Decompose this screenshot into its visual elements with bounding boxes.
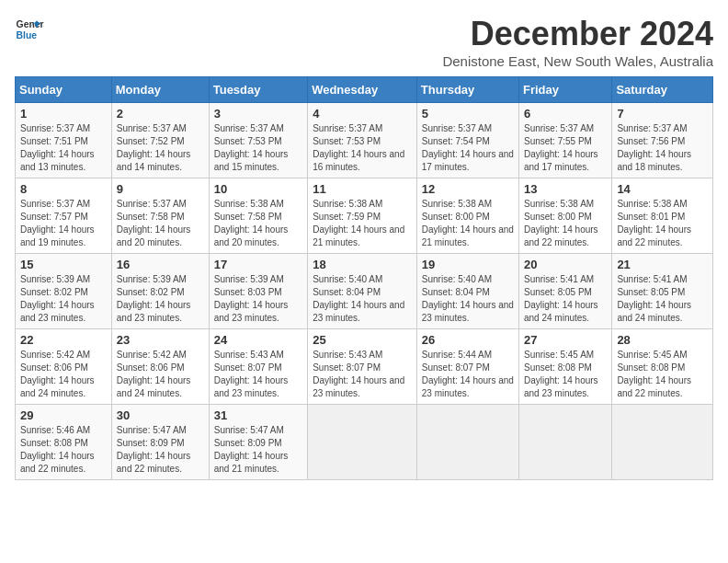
sunset-label: Sunset: 7:57 PM — [20, 212, 88, 222]
daylight-label: Daylight: 14 hours and 13 minutes. — [20, 149, 95, 172]
sunrise-label: Sunrise: 5:38 AM — [313, 199, 382, 209]
daylight-label: Daylight: 14 hours and 23 minutes. — [214, 375, 289, 398]
calendar-cell: 20 Sunrise: 5:41 AM Sunset: 8:05 PM Dayl… — [518, 254, 611, 329]
day-info: Sunrise: 5:40 AM Sunset: 8:04 PM Dayligh… — [422, 273, 514, 325]
calendar-cell: 4 Sunrise: 5:37 AM Sunset: 7:53 PM Dayli… — [308, 103, 417, 178]
sunset-label: Sunset: 8:06 PM — [20, 362, 88, 373]
sunrise-label: Sunrise: 5:38 AM — [617, 199, 687, 209]
day-info: Sunrise: 5:38 AM Sunset: 8:01 PM Dayligh… — [617, 198, 708, 249]
sunrise-label: Sunrise: 5:47 AM — [214, 425, 284, 435]
day-number: 15 — [20, 258, 107, 271]
day-number: 12 — [422, 182, 514, 196]
calendar-cell: 15 Sunrise: 5:39 AM Sunset: 8:02 PM Dayl… — [16, 254, 112, 329]
day-number: 29 — [20, 408, 107, 422]
daylight-label: Daylight: 14 hours and 17 minutes. — [422, 149, 514, 172]
sunrise-label: Sunrise: 5:39 AM — [20, 274, 90, 284]
sunrise-label: Sunrise: 5:42 AM — [20, 350, 90, 360]
page-header: General Blue December 2024 Denistone Eas… — [15, 15, 713, 69]
sunset-label: Sunset: 8:06 PM — [117, 362, 185, 373]
daylight-label: Daylight: 14 hours and 23 minutes. — [313, 375, 404, 398]
daylight-label: Daylight: 14 hours and 21 minutes. — [214, 451, 289, 474]
daylight-label: Daylight: 14 hours and 23 minutes. — [20, 300, 95, 323]
calendar-cell: 11 Sunrise: 5:38 AM Sunset: 7:59 PM Dayl… — [308, 178, 417, 254]
sunrise-label: Sunrise: 5:45 AM — [524, 350, 594, 360]
sunset-label: Sunset: 7:55 PM — [524, 136, 592, 146]
calendar-cell: 17 Sunrise: 5:39 AM Sunset: 8:03 PM Dayl… — [209, 254, 307, 329]
sunset-label: Sunset: 7:54 PM — [422, 136, 490, 146]
calendar-cell: 23 Sunrise: 5:42 AM Sunset: 8:06 PM Dayl… — [111, 329, 209, 405]
daylight-label: Daylight: 14 hours and 22 minutes. — [617, 375, 691, 398]
daylight-label: Daylight: 14 hours and 20 minutes. — [117, 224, 191, 247]
day-number: 4 — [313, 107, 412, 121]
day-info: Sunrise: 5:40 AM Sunset: 8:04 PM Dayligh… — [313, 273, 412, 325]
day-number: 28 — [617, 333, 708, 347]
sunrise-label: Sunrise: 5:41 AM — [617, 274, 687, 284]
sunrise-label: Sunrise: 5:40 AM — [313, 274, 382, 284]
day-info: Sunrise: 5:43 AM Sunset: 8:07 PM Dayligh… — [214, 349, 302, 400]
day-info: Sunrise: 5:37 AM Sunset: 7:54 PM Dayligh… — [422, 122, 514, 174]
calendar-cell — [518, 405, 611, 480]
sunset-label: Sunset: 8:05 PM — [524, 287, 592, 297]
day-number: 18 — [313, 258, 412, 271]
sunset-label: Sunset: 8:07 PM — [422, 362, 490, 373]
sunset-label: Sunset: 7:52 PM — [117, 136, 185, 146]
svg-text:Blue: Blue — [17, 30, 38, 40]
sunset-label: Sunset: 8:01 PM — [617, 212, 685, 222]
calendar-cell: 1 Sunrise: 5:37 AM Sunset: 7:51 PM Dayli… — [16, 103, 112, 178]
calendar-cell: 28 Sunrise: 5:45 AM Sunset: 8:08 PM Dayl… — [612, 329, 713, 405]
day-number: 3 — [214, 107, 302, 121]
day-info: Sunrise: 5:42 AM Sunset: 8:06 PM Dayligh… — [20, 349, 107, 400]
sunset-label: Sunset: 7:58 PM — [214, 212, 282, 222]
sunset-label: Sunset: 8:07 PM — [313, 362, 381, 373]
day-info: Sunrise: 5:37 AM Sunset: 7:52 PM Dayligh… — [117, 122, 204, 174]
daylight-label: Daylight: 14 hours and 21 minutes. — [313, 224, 404, 247]
sunset-label: Sunset: 8:08 PM — [20, 438, 88, 448]
calendar-table: Sunday Monday Tuesday Wednesday Thursday… — [15, 76, 713, 480]
day-number: 2 — [117, 107, 204, 121]
day-info: Sunrise: 5:45 AM Sunset: 8:08 PM Dayligh… — [524, 349, 607, 400]
day-info: Sunrise: 5:37 AM Sunset: 7:57 PM Dayligh… — [20, 198, 107, 249]
sunrise-label: Sunrise: 5:37 AM — [117, 123, 187, 133]
day-number: 1 — [20, 107, 107, 121]
sunset-label: Sunset: 8:00 PM — [524, 212, 592, 222]
day-info: Sunrise: 5:47 AM Sunset: 8:09 PM Dayligh… — [117, 424, 204, 476]
calendar-cell: 27 Sunrise: 5:45 AM Sunset: 8:08 PM Dayl… — [518, 329, 611, 405]
day-number: 26 — [422, 333, 514, 347]
calendar-cell: 19 Sunrise: 5:40 AM Sunset: 8:04 PM Dayl… — [416, 254, 518, 329]
header-wednesday: Wednesday — [308, 77, 417, 103]
sunset-label: Sunset: 8:08 PM — [617, 362, 685, 373]
sunrise-label: Sunrise: 5:37 AM — [117, 199, 187, 209]
day-number: 31 — [214, 408, 302, 422]
calendar-header: Sunday Monday Tuesday Wednesday Thursday… — [16, 77, 713, 103]
sunrise-label: Sunrise: 5:37 AM — [422, 123, 492, 133]
header-tuesday: Tuesday — [209, 77, 307, 103]
calendar-body: 1 Sunrise: 5:37 AM Sunset: 7:51 PM Dayli… — [16, 103, 713, 480]
daylight-label: Daylight: 14 hours and 15 minutes. — [214, 149, 289, 172]
sunset-label: Sunset: 7:58 PM — [117, 212, 185, 222]
sunset-label: Sunset: 8:07 PM — [214, 362, 282, 373]
calendar-cell: 29 Sunrise: 5:46 AM Sunset: 8:08 PM Dayl… — [16, 405, 112, 480]
calendar-cell: 16 Sunrise: 5:39 AM Sunset: 8:02 PM Dayl… — [111, 254, 209, 329]
sunset-label: Sunset: 7:51 PM — [20, 136, 88, 146]
sunrise-label: Sunrise: 5:40 AM — [422, 274, 492, 284]
day-number: 5 — [422, 107, 514, 121]
sunrise-label: Sunrise: 5:37 AM — [524, 123, 594, 133]
day-number: 17 — [214, 258, 302, 271]
day-info: Sunrise: 5:47 AM Sunset: 8:09 PM Dayligh… — [214, 424, 302, 476]
sunrise-label: Sunrise: 5:42 AM — [117, 350, 187, 360]
daylight-label: Daylight: 14 hours and 22 minutes. — [617, 224, 691, 247]
day-info: Sunrise: 5:38 AM Sunset: 7:58 PM Dayligh… — [214, 198, 302, 249]
day-info: Sunrise: 5:37 AM Sunset: 7:53 PM Dayligh… — [313, 122, 412, 174]
sunset-label: Sunset: 8:02 PM — [20, 287, 88, 297]
daylight-label: Daylight: 14 hours and 22 minutes. — [117, 451, 191, 474]
logo: General Blue — [15, 15, 44, 44]
day-number: 22 — [20, 333, 107, 347]
sunrise-label: Sunrise: 5:46 AM — [20, 425, 90, 435]
day-info: Sunrise: 5:37 AM Sunset: 7:53 PM Dayligh… — [214, 122, 302, 174]
calendar-cell: 2 Sunrise: 5:37 AM Sunset: 7:52 PM Dayli… — [111, 103, 209, 178]
sunrise-label: Sunrise: 5:39 AM — [214, 274, 284, 284]
title-block: December 2024 Denistone East, New South … — [442, 15, 713, 69]
day-info: Sunrise: 5:41 AM Sunset: 8:05 PM Dayligh… — [524, 273, 607, 325]
calendar-cell: 13 Sunrise: 5:38 AM Sunset: 8:00 PM Dayl… — [518, 178, 611, 254]
sunrise-label: Sunrise: 5:37 AM — [617, 123, 687, 133]
